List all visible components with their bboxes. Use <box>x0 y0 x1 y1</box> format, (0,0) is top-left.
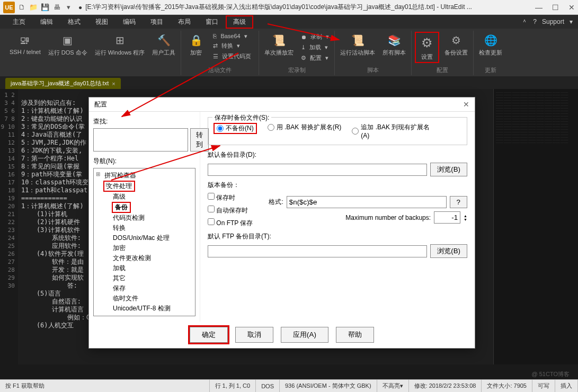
status-modified: 修改: 2018/2/2 23:53:08 <box>409 380 482 392</box>
chk-on-ftp[interactable]: On FTP 保存 <box>208 218 253 228</box>
tree-encrypt[interactable]: 加密 <box>95 243 194 253</box>
dialog-close-icon[interactable]: ✕ <box>463 100 469 109</box>
dialog-button-row: 确定 取消 应用(A) 帮助 <box>89 322 475 348</box>
base64-button[interactable]: ⎘ Base64 ▾ <box>211 32 255 40</box>
tree-filechange[interactable]: 文件更改检测 <box>95 253 194 263</box>
encrypt-label: 加密 <box>190 49 202 57</box>
ftp-dir-input[interactable] <box>208 245 427 257</box>
new-file-icon[interactable]: 🗋 <box>17 3 26 12</box>
ssh-label: SSH / telnet <box>10 49 41 55</box>
tree-backup[interactable]: 备份 <box>112 202 131 213</box>
menu-encoding[interactable]: 编码 <box>115 15 143 29</box>
ssh-telnet-button[interactable]: 🖳SSH / telnet <box>7 32 43 56</box>
minimize-button[interactable]: — <box>535 3 543 12</box>
menu-edit[interactable]: 编辑 <box>33 15 60 29</box>
tree-convert[interactable]: 转换 <box>95 223 194 233</box>
run-winprog-button[interactable]: ⊞运行 Windows 程序 <box>93 32 147 58</box>
chk-on-save[interactable]: 保存时 <box>208 193 253 202</box>
menu-view[interactable]: 视图 <box>88 15 115 29</box>
window-title: [E:\学习资料\java\传智播客_2015年Java基础视频-深入浅出精华版… <box>85 3 535 12</box>
ok-button[interactable]: 确定 <box>190 327 228 343</box>
line-gutter: 1 2 3 4 5 6 7 8 9 10 11 12 13 14 15 16 1… <box>0 89 18 364</box>
dialog-title: 配置 <box>94 100 107 109</box>
help-icon[interactable]: ? <box>533 18 537 25</box>
nav-tree[interactable]: 拼写检查器 文件处理 高级 备份 代码页检测 转换 DOS/Unix/Mac 处… <box>93 168 195 316</box>
encrypt-button[interactable]: 🔒加密 <box>184 32 208 58</box>
radio-bak-replace[interactable]: 用 .BAK 替换扩展名(R) <box>268 123 342 132</box>
max-backups-input[interactable] <box>434 211 460 224</box>
play-macro-button[interactable]: 📜单次播放宏 <box>262 32 296 58</box>
gear-small-icon: ⚙ <box>449 33 464 48</box>
spin-up-icon[interactable]: ▲ <box>464 214 467 218</box>
globe-update-icon: 🌐 <box>483 33 498 48</box>
open-file-icon[interactable]: 📁 <box>29 3 38 12</box>
tree-codepage[interactable]: 代码页检测 <box>95 213 194 223</box>
run-dos-button[interactable]: ▣运行 DOS 命令 <box>46 32 90 58</box>
menu-home[interactable]: 主页 <box>5 15 33 29</box>
allscripts-label: 所有脚本 <box>383 49 406 57</box>
tree-unicode[interactable]: Unicode/UTF-8 检测 <box>95 304 194 314</box>
codepage-button[interactable]: ☰ 设置代码页 <box>211 51 255 61</box>
load-macro-button[interactable]: ⤓ 加载 ▾ <box>299 42 331 52</box>
spin-down-icon[interactable]: ▼ <box>464 218 467 221</box>
apply-button[interactable]: 应用(A) <box>281 327 328 343</box>
support-link[interactable]: Support <box>542 18 564 25</box>
save-icon[interactable]: 💾 <box>40 3 50 12</box>
status-insert[interactable]: 插入 <box>555 380 578 392</box>
maximize-button[interactable]: ☐ <box>552 3 559 12</box>
record-button[interactable]: ⏺ 录制 ▾ <box>299 32 331 42</box>
print-icon[interactable]: 🖶 <box>52 3 61 12</box>
all-scripts-button[interactable]: 📚所有脚本 <box>380 32 408 58</box>
chk-on-autosave[interactable]: 自动保存时 <box>208 206 253 215</box>
macro-config-button[interactable]: ⚙ 配置 ▾ <box>299 53 331 63</box>
tree-misc[interactable]: 其它 <box>95 273 194 283</box>
backup-settings-button[interactable]: ⚙备份设置 <box>442 32 470 58</box>
menu-window[interactable]: 窗口 <box>198 15 226 29</box>
browse-button-2[interactable]: 浏览(B) <box>430 244 467 258</box>
qat-dropdown-icon[interactable]: ▾ <box>64 3 73 12</box>
tree-temp[interactable]: 临时文件 <box>95 293 194 304</box>
help-button[interactable]: 帮助 <box>336 327 374 343</box>
browse-button-1[interactable]: 浏览(B) <box>430 163 467 176</box>
group-update: 更新 <box>485 66 496 75</box>
close-button[interactable]: ✕ <box>568 3 575 12</box>
status-readwrite[interactable]: 可写 <box>532 380 555 392</box>
dos-icon: ▣ <box>60 33 75 48</box>
menu-project[interactable]: 项目 <box>143 15 171 29</box>
tab-close-icon[interactable]: × <box>112 81 115 87</box>
default-dir-input[interactable] <box>208 164 427 176</box>
menu-advanced[interactable]: 高级 <box>226 15 253 29</box>
default-dir-label: 默认备份目录(D): <box>208 150 467 159</box>
settings-button[interactable]: ⚙设置 <box>415 32 439 63</box>
support-dropdown-icon[interactable]: ▾ <box>570 18 573 25</box>
tree-load[interactable]: 加载 <box>95 263 194 273</box>
run-active-script-button[interactable]: 📜运行活动脚本 <box>338 32 377 58</box>
tree-spell[interactable]: 拼写检查器 <box>95 171 194 181</box>
menu-layout[interactable]: 布局 <box>171 15 198 29</box>
status-highlight[interactable]: 不高亮 ▾ <box>377 380 409 392</box>
convert-button[interactable]: ⇄ 转换 ▾ <box>211 41 255 51</box>
tree-save[interactable]: 保存 <box>95 283 194 293</box>
radio-bak-append[interactable]: 追加 .BAK 到现有扩展名(A) <box>352 123 431 139</box>
group-scripts: 脚本 <box>367 66 379 75</box>
scripts-icon: 📚 <box>387 33 402 48</box>
status-dos[interactable]: DOS <box>256 380 280 392</box>
format-input[interactable] <box>287 196 447 208</box>
ribbon-collapse-icon[interactable]: ＾ <box>521 17 528 26</box>
status-encoding[interactable]: 936 (ANSI/OEM - 简体中文 GBK) <box>280 380 377 392</box>
user-tools-button[interactable]: 🔨用户工具 <box>150 32 177 58</box>
minimap[interactable]: ───── ───── ───── ───── ───── ───── ────… <box>493 89 578 364</box>
radio-no-backup[interactable]: 不备份(N) <box>214 123 257 134</box>
tree-advanced[interactable]: 高级 <box>95 192 194 202</box>
app-logo: UE <box>3 2 15 13</box>
group-config: 配置 <box>437 66 448 75</box>
cancel-button[interactable]: 取消 <box>235 327 273 343</box>
document-tab[interactable]: java基础学习_java概述_day01总结.txt × <box>5 78 121 89</box>
check-update-button[interactable]: 🌐检查更新 <box>477 32 504 58</box>
max-backups-label: Maximum number of backups: <box>345 214 431 221</box>
tree-dum[interactable]: DOS/Unix/Mac 处理 <box>95 233 194 243</box>
find-input[interactable] <box>93 128 188 152</box>
menu-format[interactable]: 格式 <box>60 15 88 29</box>
tree-filehandling[interactable]: 文件处理 <box>103 181 135 192</box>
format-help-button[interactable]: ? <box>450 196 467 208</box>
